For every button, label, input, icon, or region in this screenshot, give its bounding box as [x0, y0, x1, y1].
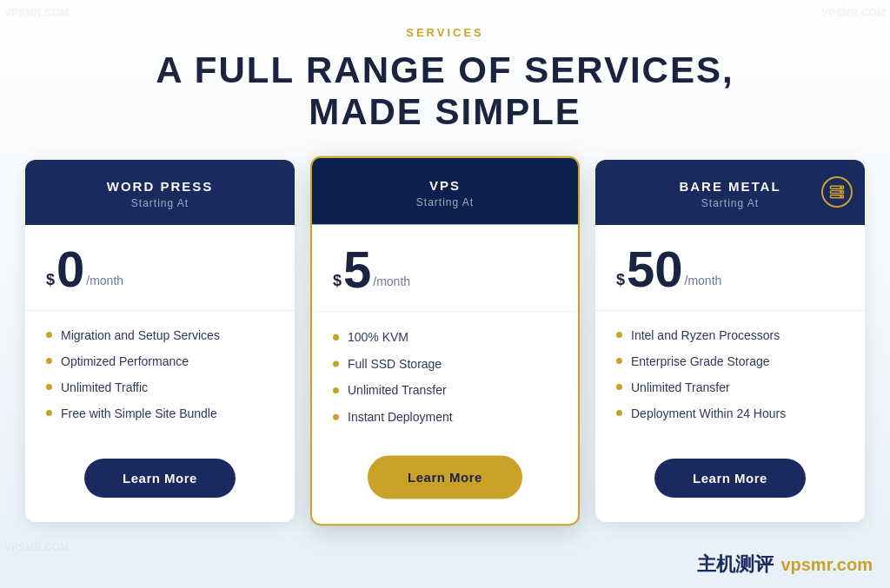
feature-text: Optimized Performance [61, 354, 189, 368]
price-period-vps: /month [373, 274, 410, 287]
card-subtitle-baremetal: Starting At [613, 197, 847, 209]
cards-container: WORD PRESS Starting At $ 0 /month Migrat… [17, 160, 873, 522]
feature-item: Enterprise Grade Storage [616, 354, 844, 368]
price-row-baremetal: $ 50 /month [616, 244, 844, 294]
feature-text: Enterprise Grade Storage [631, 354, 770, 368]
bottom-watermark: 主机测评 vpsmr.com [697, 552, 873, 578]
price-section-wordpress: $ 0 /month [25, 225, 295, 311]
feature-dot [46, 410, 52, 416]
watermark-cn: 主机测评 [697, 552, 774, 578]
card-footer-baremetal: Learn More [595, 445, 865, 522]
feature-text: Deployment Within 24 Hours [631, 406, 786, 420]
feature-dot [46, 332, 52, 338]
svg-point-5 [840, 196, 842, 198]
watermark-en: vpsmr.com [780, 555, 873, 575]
price-amount-wordpress: 0 [56, 244, 84, 294]
learn-more-wordpress[interactable]: Learn More [84, 459, 236, 498]
feature-item: Optimized Performance [46, 354, 274, 368]
price-period-baremetal: /month [685, 274, 722, 287]
feature-item: Free with Simple Site Bundle [46, 406, 274, 420]
feature-text: Unlimited Transfer [631, 380, 730, 394]
features-wordpress: Migration and Setup Services Optimized P… [25, 311, 295, 445]
feature-item: Migration and Setup Services [46, 328, 274, 342]
card-footer-wordpress: Learn More [25, 445, 295, 522]
watermark-bl: VPSMR.COM [4, 541, 69, 553]
feature-dot [616, 358, 622, 364]
watermark-tl: VPSMR.COM [4, 7, 69, 19]
feature-text: Unlimited Traffic [61, 380, 148, 394]
features-baremetal: Intel and Ryzen Processors Enterprise Gr… [595, 311, 865, 445]
price-row-wordpress: $ 0 /month [46, 244, 274, 294]
feature-text: Free with Simple Site Bundle [61, 406, 217, 420]
feature-text: Full SSD Storage [348, 356, 442, 370]
feature-text: 100% KVM [348, 329, 408, 343]
feature-item: Deployment Within 24 Hours [616, 406, 844, 420]
price-dollar-wordpress: $ [46, 272, 55, 287]
services-label: SERVICES [17, 26, 873, 39]
feature-item: 100% KVM [333, 329, 557, 343]
card-subtitle-wordpress: Starting At [43, 197, 277, 209]
feature-dot [333, 360, 339, 367]
feature-dot [46, 384, 52, 390]
feature-text: Migration and Setup Services [61, 328, 220, 342]
card-baremetal: BARE METAL Starting At $ 50 [595, 160, 865, 522]
card-vps: VPS Starting At $ 5 /month 100% KVM Full… [310, 155, 580, 525]
card-title-baremetal: BARE METAL [613, 179, 847, 194]
feature-dot [333, 334, 339, 340]
feature-dot [333, 413, 339, 420]
main-heading: A FULL RANGE OF SERVICES, MADE SIMPLE [17, 50, 873, 134]
feature-dot [616, 384, 622, 390]
card-wordpress: WORD PRESS Starting At $ 0 /month Migrat… [25, 160, 295, 522]
feature-item: Unlimited Traffic [46, 380, 274, 394]
feature-text: Unlimited Transfer [348, 383, 447, 397]
learn-more-baremetal[interactable]: Learn More [654, 459, 806, 498]
feature-dot [616, 410, 622, 416]
price-dollar-vps: $ [333, 272, 342, 287]
feature-item: Intel and Ryzen Processors [616, 328, 844, 342]
card-footer-vps: Learn More [312, 441, 578, 524]
feature-dot [46, 358, 52, 364]
price-dollar-baremetal: $ [616, 272, 625, 287]
feature-dot [333, 386, 339, 393]
feature-item: Full SSD Storage [333, 356, 557, 370]
features-vps: 100% KVM Full SSD Storage Unlimited Tran… [312, 312, 578, 441]
feature-dot [616, 332, 622, 338]
card-header-vps: VPS Starting At [312, 157, 578, 224]
price-section-vps: $ 5 /month [312, 224, 578, 312]
price-section-baremetal: $ 50 /month [595, 225, 865, 311]
card-header-baremetal: BARE METAL Starting At [595, 160, 865, 225]
learn-more-vps[interactable]: Learn More [368, 455, 522, 499]
price-amount-baremetal: 50 [627, 244, 683, 294]
feature-text: Intel and Ryzen Processors [631, 328, 780, 342]
heading-line1: A FULL RANGE OF SERVICES, [156, 50, 734, 90]
card-title-wordpress: WORD PRESS [43, 179, 277, 194]
price-period-wordpress: /month [86, 274, 123, 287]
price-amount-vps: 5 [343, 243, 371, 294]
feature-item: Instant Deployment [333, 409, 557, 423]
heading-line2: MADE SIMPLE [309, 91, 581, 132]
card-title-vps: VPS [329, 177, 561, 192]
page-wrapper: VPSMR.COM VPSMR.COM VPSMR.COM 主机测评 VPSMR… [0, 0, 890, 588]
feature-item: Unlimited Transfer [333, 383, 557, 397]
feature-text: Instant Deployment [348, 409, 453, 423]
watermark-tr: VPSMR.COM [821, 7, 886, 19]
card-header-wordpress: WORD PRESS Starting At [25, 160, 295, 225]
svg-point-3 [840, 187, 842, 188]
feature-item: Unlimited Transfer [616, 380, 844, 394]
svg-point-4 [840, 191, 842, 193]
server-icon [821, 176, 853, 208]
price-row-vps: $ 5 /month [333, 243, 557, 294]
card-subtitle-vps: Starting At [329, 195, 561, 208]
